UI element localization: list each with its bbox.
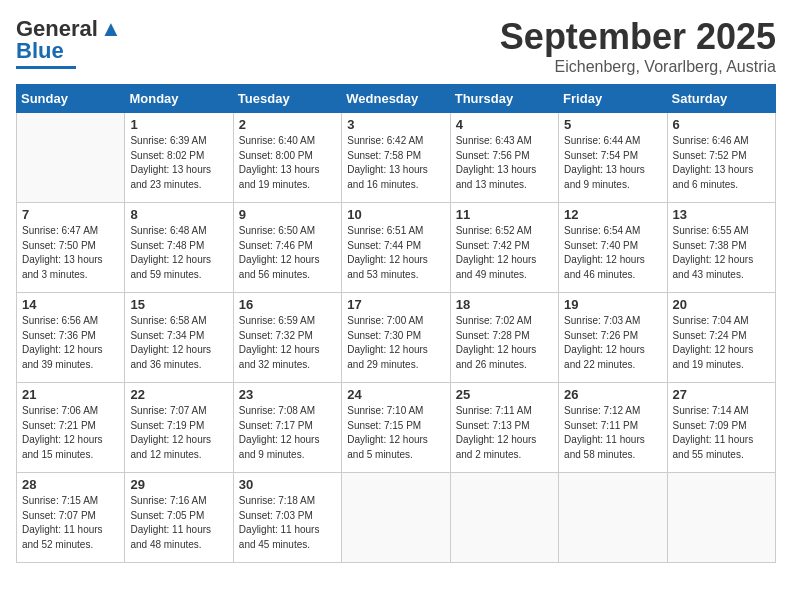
day-number: 9 bbox=[239, 207, 336, 222]
day-number: 16 bbox=[239, 297, 336, 312]
day-number: 23 bbox=[239, 387, 336, 402]
day-number: 7 bbox=[22, 207, 119, 222]
calendar-header-row: SundayMondayTuesdayWednesdayThursdayFrid… bbox=[17, 85, 776, 113]
month-title: September 2025 bbox=[500, 16, 776, 58]
day-number: 3 bbox=[347, 117, 444, 132]
header-friday: Friday bbox=[559, 85, 667, 113]
week-row-3: 14Sunrise: 6:56 AMSunset: 7:36 PMDayligh… bbox=[17, 293, 776, 383]
calendar-cell: 21Sunrise: 7:06 AMSunset: 7:21 PMDayligh… bbox=[17, 383, 125, 473]
day-number: 29 bbox=[130, 477, 227, 492]
day-info: Sunrise: 7:14 AMSunset: 7:09 PMDaylight:… bbox=[673, 404, 770, 462]
calendar-cell: 12Sunrise: 6:54 AMSunset: 7:40 PMDayligh… bbox=[559, 203, 667, 293]
calendar-cell: 8Sunrise: 6:48 AMSunset: 7:48 PMDaylight… bbox=[125, 203, 233, 293]
day-info: Sunrise: 6:47 AMSunset: 7:50 PMDaylight:… bbox=[22, 224, 119, 282]
day-number: 25 bbox=[456, 387, 553, 402]
calendar-cell: 4Sunrise: 6:43 AMSunset: 7:56 PMDaylight… bbox=[450, 113, 558, 203]
day-info: Sunrise: 7:18 AMSunset: 7:03 PMDaylight:… bbox=[239, 494, 336, 552]
calendar-cell: 23Sunrise: 7:08 AMSunset: 7:17 PMDayligh… bbox=[233, 383, 341, 473]
day-info: Sunrise: 6:43 AMSunset: 7:56 PMDaylight:… bbox=[456, 134, 553, 192]
calendar-table: SundayMondayTuesdayWednesdayThursdayFrid… bbox=[16, 84, 776, 563]
calendar-cell: 28Sunrise: 7:15 AMSunset: 7:07 PMDayligh… bbox=[17, 473, 125, 563]
day-number: 17 bbox=[347, 297, 444, 312]
week-row-4: 21Sunrise: 7:06 AMSunset: 7:21 PMDayligh… bbox=[17, 383, 776, 473]
day-number: 26 bbox=[564, 387, 661, 402]
day-number: 18 bbox=[456, 297, 553, 312]
day-number: 12 bbox=[564, 207, 661, 222]
calendar-cell: 5Sunrise: 6:44 AMSunset: 7:54 PMDaylight… bbox=[559, 113, 667, 203]
week-row-2: 7Sunrise: 6:47 AMSunset: 7:50 PMDaylight… bbox=[17, 203, 776, 293]
calendar-cell: 25Sunrise: 7:11 AMSunset: 7:13 PMDayligh… bbox=[450, 383, 558, 473]
day-number: 24 bbox=[347, 387, 444, 402]
calendar-cell: 15Sunrise: 6:58 AMSunset: 7:34 PMDayligh… bbox=[125, 293, 233, 383]
calendar-cell: 19Sunrise: 7:03 AMSunset: 7:26 PMDayligh… bbox=[559, 293, 667, 383]
day-number: 19 bbox=[564, 297, 661, 312]
day-number: 8 bbox=[130, 207, 227, 222]
day-info: Sunrise: 6:54 AMSunset: 7:40 PMDaylight:… bbox=[564, 224, 661, 282]
day-number: 15 bbox=[130, 297, 227, 312]
day-info: Sunrise: 6:44 AMSunset: 7:54 PMDaylight:… bbox=[564, 134, 661, 192]
day-info: Sunrise: 7:10 AMSunset: 7:15 PMDaylight:… bbox=[347, 404, 444, 462]
day-number: 20 bbox=[673, 297, 770, 312]
calendar-cell: 2Sunrise: 6:40 AMSunset: 8:00 PMDaylight… bbox=[233, 113, 341, 203]
calendar-cell: 3Sunrise: 6:42 AMSunset: 7:58 PMDaylight… bbox=[342, 113, 450, 203]
calendar-cell bbox=[559, 473, 667, 563]
logo: General▲ Blue bbox=[16, 16, 122, 69]
calendar-cell: 24Sunrise: 7:10 AMSunset: 7:15 PMDayligh… bbox=[342, 383, 450, 473]
calendar-cell: 27Sunrise: 7:14 AMSunset: 7:09 PMDayligh… bbox=[667, 383, 775, 473]
calendar-cell: 26Sunrise: 7:12 AMSunset: 7:11 PMDayligh… bbox=[559, 383, 667, 473]
calendar-cell: 16Sunrise: 6:59 AMSunset: 7:32 PMDayligh… bbox=[233, 293, 341, 383]
day-info: Sunrise: 7:03 AMSunset: 7:26 PMDaylight:… bbox=[564, 314, 661, 372]
week-row-5: 28Sunrise: 7:15 AMSunset: 7:07 PMDayligh… bbox=[17, 473, 776, 563]
calendar-cell: 30Sunrise: 7:18 AMSunset: 7:03 PMDayligh… bbox=[233, 473, 341, 563]
location: Eichenberg, Vorarlberg, Austria bbox=[500, 58, 776, 76]
header-wednesday: Wednesday bbox=[342, 85, 450, 113]
day-info: Sunrise: 7:11 AMSunset: 7:13 PMDaylight:… bbox=[456, 404, 553, 462]
header-monday: Monday bbox=[125, 85, 233, 113]
calendar-cell: 1Sunrise: 6:39 AMSunset: 8:02 PMDaylight… bbox=[125, 113, 233, 203]
day-info: Sunrise: 6:42 AMSunset: 7:58 PMDaylight:… bbox=[347, 134, 444, 192]
day-number: 28 bbox=[22, 477, 119, 492]
calendar-cell: 13Sunrise: 6:55 AMSunset: 7:38 PMDayligh… bbox=[667, 203, 775, 293]
week-row-1: 1Sunrise: 6:39 AMSunset: 8:02 PMDaylight… bbox=[17, 113, 776, 203]
calendar-cell bbox=[342, 473, 450, 563]
day-info: Sunrise: 7:02 AMSunset: 7:28 PMDaylight:… bbox=[456, 314, 553, 372]
calendar-cell: 18Sunrise: 7:02 AMSunset: 7:28 PMDayligh… bbox=[450, 293, 558, 383]
day-info: Sunrise: 6:50 AMSunset: 7:46 PMDaylight:… bbox=[239, 224, 336, 282]
day-number: 13 bbox=[673, 207, 770, 222]
day-info: Sunrise: 6:58 AMSunset: 7:34 PMDaylight:… bbox=[130, 314, 227, 372]
day-number: 27 bbox=[673, 387, 770, 402]
page-header: General▲ Blue September 2025 Eichenberg,… bbox=[16, 16, 776, 76]
day-number: 10 bbox=[347, 207, 444, 222]
day-info: Sunrise: 6:59 AMSunset: 7:32 PMDaylight:… bbox=[239, 314, 336, 372]
day-number: 4 bbox=[456, 117, 553, 132]
calendar-cell: 9Sunrise: 6:50 AMSunset: 7:46 PMDaylight… bbox=[233, 203, 341, 293]
day-info: Sunrise: 6:46 AMSunset: 7:52 PMDaylight:… bbox=[673, 134, 770, 192]
day-number: 11 bbox=[456, 207, 553, 222]
day-number: 2 bbox=[239, 117, 336, 132]
calendar-cell bbox=[667, 473, 775, 563]
header-saturday: Saturday bbox=[667, 85, 775, 113]
day-info: Sunrise: 6:52 AMSunset: 7:42 PMDaylight:… bbox=[456, 224, 553, 282]
header-sunday: Sunday bbox=[17, 85, 125, 113]
logo-blue: Blue bbox=[16, 38, 64, 64]
day-info: Sunrise: 6:56 AMSunset: 7:36 PMDaylight:… bbox=[22, 314, 119, 372]
calendar-cell: 17Sunrise: 7:00 AMSunset: 7:30 PMDayligh… bbox=[342, 293, 450, 383]
calendar-cell: 11Sunrise: 6:52 AMSunset: 7:42 PMDayligh… bbox=[450, 203, 558, 293]
calendar-cell: 20Sunrise: 7:04 AMSunset: 7:24 PMDayligh… bbox=[667, 293, 775, 383]
day-info: Sunrise: 7:04 AMSunset: 7:24 PMDaylight:… bbox=[673, 314, 770, 372]
day-number: 30 bbox=[239, 477, 336, 492]
day-info: Sunrise: 7:16 AMSunset: 7:05 PMDaylight:… bbox=[130, 494, 227, 552]
header-thursday: Thursday bbox=[450, 85, 558, 113]
day-info: Sunrise: 7:15 AMSunset: 7:07 PMDaylight:… bbox=[22, 494, 119, 552]
day-info: Sunrise: 7:12 AMSunset: 7:11 PMDaylight:… bbox=[564, 404, 661, 462]
day-info: Sunrise: 6:39 AMSunset: 8:02 PMDaylight:… bbox=[130, 134, 227, 192]
calendar-cell bbox=[17, 113, 125, 203]
day-info: Sunrise: 7:00 AMSunset: 7:30 PMDaylight:… bbox=[347, 314, 444, 372]
calendar-cell: 10Sunrise: 6:51 AMSunset: 7:44 PMDayligh… bbox=[342, 203, 450, 293]
calendar-cell: 29Sunrise: 7:16 AMSunset: 7:05 PMDayligh… bbox=[125, 473, 233, 563]
day-info: Sunrise: 6:55 AMSunset: 7:38 PMDaylight:… bbox=[673, 224, 770, 282]
day-info: Sunrise: 7:06 AMSunset: 7:21 PMDaylight:… bbox=[22, 404, 119, 462]
calendar-cell: 22Sunrise: 7:07 AMSunset: 7:19 PMDayligh… bbox=[125, 383, 233, 473]
day-number: 5 bbox=[564, 117, 661, 132]
calendar-cell bbox=[450, 473, 558, 563]
